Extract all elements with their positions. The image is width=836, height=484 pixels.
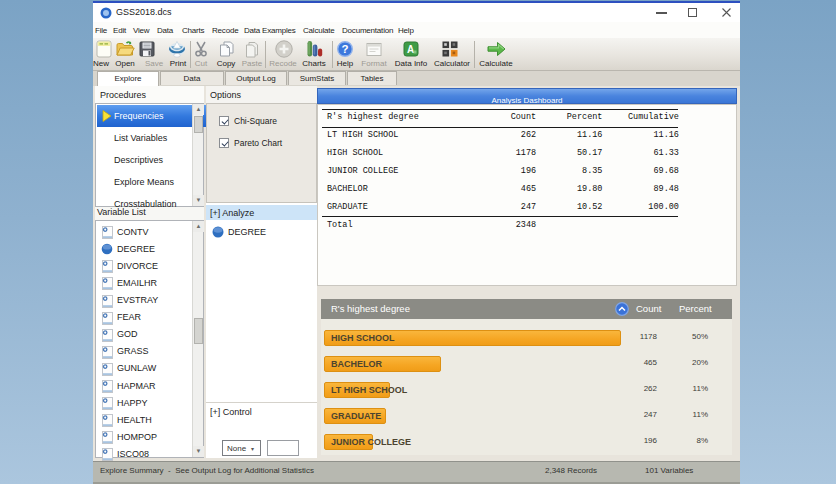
svg-text:?: ? bbox=[341, 43, 348, 55]
svg-text:A: A bbox=[407, 44, 414, 55]
